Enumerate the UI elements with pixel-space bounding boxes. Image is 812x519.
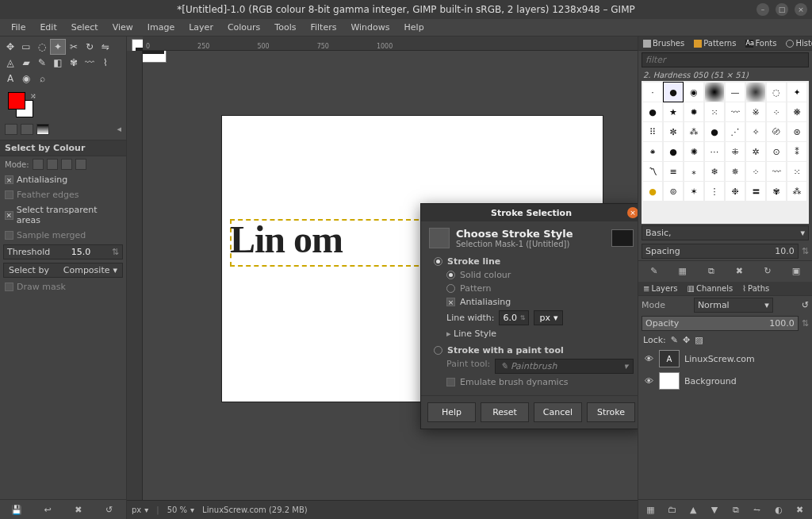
foreground-color[interactable] (8, 92, 25, 110)
transparent-checkbox[interactable]: × (5, 211, 13, 220)
menu-select[interactable]: Select (65, 21, 105, 34)
color-swatch[interactable]: ⤮ (8, 92, 40, 121)
brush-cell[interactable]: 〰 (767, 162, 786, 181)
refresh-brush-icon[interactable]: ↻ (761, 264, 774, 277)
brush-cell[interactable]: ✲ (746, 142, 765, 161)
select-by-dropdown[interactable]: Select by Composite▾ (3, 263, 123, 278)
tool-options-menu-icon[interactable]: ◂ (117, 124, 121, 135)
threshold-stepper-icon[interactable]: ⇅ (112, 247, 119, 257)
brush-cell[interactable]: ◉ (684, 83, 703, 102)
mode-add-icon[interactable] (47, 159, 58, 170)
status-zoom-dropdown[interactable]: 50 % ▾ (167, 506, 194, 514)
menu-colours[interactable]: Colours (221, 21, 266, 34)
tab-history[interactable]: History (781, 37, 812, 50)
duplicate-layer-icon[interactable]: ⧉ (730, 503, 742, 516)
layer-row[interactable]: 👁 A LinuxScrew.com (638, 348, 812, 370)
brush-cell[interactable]: ● (664, 142, 683, 161)
line-width-input[interactable]: 6.0⇅ (499, 310, 529, 325)
swap-colors-icon[interactable]: ⤮ (30, 92, 36, 100)
mode-replace-icon[interactable] (33, 159, 44, 170)
maximize-button[interactable]: □ (776, 3, 788, 16)
brush-cell[interactable]: ● (643, 102, 662, 121)
new-layer-icon[interactable]: ▦ (644, 503, 657, 516)
dialog-titlebar[interactable]: Stroke Selection × (421, 204, 638, 221)
brush-cell[interactable]: 〰 (726, 102, 745, 121)
layer-thumbnail[interactable]: A (659, 350, 680, 367)
lower-layer-icon[interactable]: ▼ (708, 503, 721, 516)
brush-cell[interactable]: ⁕ (643, 142, 662, 161)
menu-windows[interactable]: Windows (344, 21, 396, 34)
tab-layers[interactable]: ≣ Layers (638, 282, 682, 295)
blend-mode-dropdown[interactable]: Normal▾ (694, 298, 773, 313)
new-brush-icon[interactable]: ▦ (676, 264, 689, 277)
mode-switch-icon[interactable]: ↺ (802, 300, 809, 310)
brush-cell[interactable]: ◌ (767, 83, 786, 102)
brush-cell[interactable]: ⁜ (726, 142, 745, 161)
brush-cell[interactable]: ✵ (726, 162, 745, 181)
tab-patterns[interactable]: Patterns (689, 37, 741, 50)
brush-cell[interactable]: ⁘ (746, 162, 765, 181)
save-options-icon[interactable]: 💾 (10, 503, 23, 516)
brush-cell[interactable]: ✺ (684, 142, 703, 161)
mode-subtract-icon[interactable] (61, 159, 72, 170)
delete-layer-icon[interactable]: ✖ (794, 503, 806, 516)
brush-cell[interactable]: ⋰ (726, 122, 745, 141)
close-button[interactable]: × (795, 3, 807, 16)
help-button[interactable]: Help (427, 402, 476, 422)
stepper-icon[interactable]: ⇅ (520, 314, 526, 321)
tool-crop[interactable]: ✂ (67, 40, 81, 54)
menu-edit[interactable]: Edit (33, 21, 63, 34)
brush-cell[interactable]: ⋯ (705, 142, 724, 161)
brush-cell[interactable] (705, 83, 724, 102)
brush-cell[interactable]: ※ (746, 102, 765, 121)
delete-options-icon[interactable]: ✖ (72, 503, 85, 516)
brush-cell[interactable]: ⋮ (705, 182, 724, 201)
tool-zoom[interactable]: ⌕ (35, 71, 49, 86)
tool-rect-select[interactable]: ▭ (19, 40, 33, 54)
brush-cell[interactable]: ✼ (664, 122, 683, 141)
minimize-button[interactable]: – (756, 3, 769, 16)
stepper-icon[interactable]: ⇅ (802, 318, 809, 329)
tool-path[interactable]: ⌇ (98, 56, 113, 70)
menu-image[interactable]: Image (141, 21, 181, 34)
threshold-slider[interactable]: Threshold 15.0 ⇅ (3, 244, 123, 260)
dialog-close-button[interactable]: × (627, 207, 638, 218)
duplicate-brush-icon[interactable]: ⧉ (705, 264, 718, 277)
reset-button[interactable]: Reset (481, 402, 529, 422)
stepper-icon[interactable]: ⇅ (802, 246, 809, 256)
raise-layer-icon[interactable]: ▲ (687, 503, 699, 516)
layer-visibility-icon[interactable]: 👁 (643, 354, 654, 364)
brush-cell[interactable]: ⊙ (767, 142, 786, 161)
brush-cell[interactable]: ⁙ (705, 102, 724, 121)
brush-cell[interactable]: ● (643, 182, 662, 201)
tab-paths[interactable]: ⌇ Paths (737, 282, 774, 295)
brush-cell[interactable]: ✧ (746, 122, 765, 141)
line-style-expander[interactable]: Line Style (446, 329, 496, 339)
solid-colour-radio[interactable] (446, 271, 455, 279)
tool-rotate[interactable]: ↻ (82, 40, 97, 54)
active-gradient-indicator[interactable] (36, 124, 49, 135)
brush-filter-input[interactable]: filter (642, 52, 809, 67)
pattern-radio[interactable] (446, 284, 455, 293)
brush-cell[interactable]: ≡ (664, 162, 683, 181)
draw-mask-checkbox[interactable] (5, 283, 13, 291)
tool-flip[interactable]: ⇋ (98, 40, 113, 54)
brush-cell[interactable]: ⁘ (767, 102, 786, 121)
lock-alpha-icon[interactable]: ▨ (695, 335, 703, 345)
tool-color-picker[interactable]: ◉ (19, 71, 33, 86)
brush-grid[interactable]: · ● ◉ — ◌ ✦ ● ★ ✹ ⁙ 〰 ※ ⁘ ❋ ⠿ ✼ ⁂ ● ⋰ (642, 81, 809, 224)
menu-filters[interactable]: Filters (304, 21, 343, 34)
dlg-antialias-checkbox[interactable]: × (446, 298, 455, 306)
tool-fuzzy-select[interactable]: ✦ (51, 40, 65, 54)
brush-cell[interactable]: ❋ (787, 102, 806, 121)
new-group-icon[interactable]: 🗀 (665, 503, 678, 516)
tool-free-select[interactable]: ◌ (35, 40, 49, 54)
feather-checkbox[interactable] (5, 190, 13, 199)
brush-cell[interactable]: ★ (664, 102, 683, 121)
brush-cell[interactable]: ✦ (787, 83, 806, 102)
tool-text[interactable]: A (3, 71, 17, 86)
stroke-line-radio[interactable] (434, 257, 442, 266)
stroke-button[interactable]: Stroke (587, 402, 635, 422)
layer-row[interactable]: 👁 Background (638, 370, 812, 392)
brush-cell[interactable]: ⁂ (684, 122, 703, 141)
